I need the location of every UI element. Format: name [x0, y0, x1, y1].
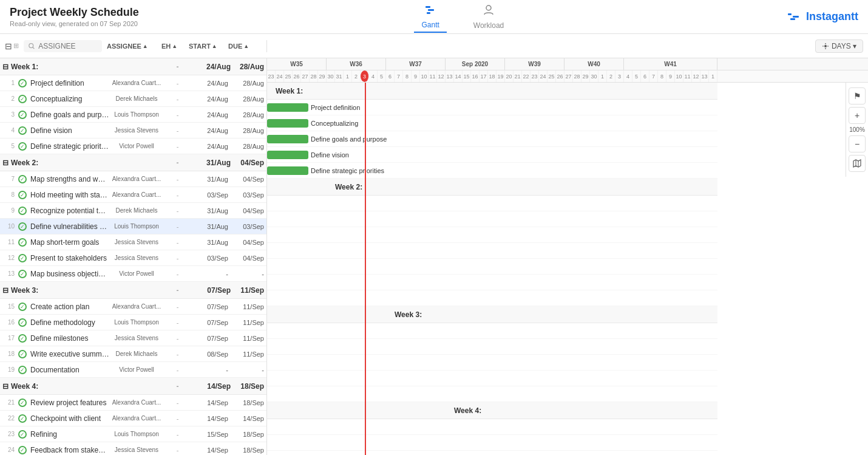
task-eh: -	[164, 191, 191, 199]
task-check[interactable]: ✓	[17, 191, 28, 199]
task-row[interactable]: 2 ✓ Conceptualizing Derek Michaels - 24/…	[0, 91, 266, 107]
task-name: Create action plan	[30, 303, 109, 311]
task-row[interactable]: 9 ✓ Recognize potential threats Derek Mi…	[0, 203, 266, 219]
col-start[interactable]: START ▲	[189, 43, 228, 50]
gantt-bar[interactable]: Define goals and purpose	[267, 135, 308, 143]
task-check[interactable]: ✓	[17, 79, 28, 87]
tab-gantt[interactable]: Gantt	[414, 1, 446, 33]
task-check[interactable]: ✓	[17, 414, 28, 423]
task-check[interactable]: ✓	[17, 126, 28, 135]
task-check[interactable]: ✓	[17, 399, 28, 407]
task-row[interactable]: 24 ✓ Feedback from stakeholders Jessica …	[0, 442, 266, 455]
task-row[interactable]: 15 ✓ Create action plan Alexandra Cuart.…	[0, 299, 266, 315]
task-name: Present to stakeholders	[30, 254, 109, 262]
task-check[interactable]: ✓	[17, 270, 28, 278]
gantt-bar[interactable]: Conceptualizing	[267, 119, 308, 128]
task-row[interactable]: 23 ✓ Refining Louis Thompson - 15/Sep 18…	[0, 426, 266, 442]
task-check[interactable]: ✓	[17, 207, 28, 215]
gantt-bar[interactable]: Define strategic priorities	[267, 166, 308, 175]
task-row[interactable]: 21 ✓ Review project features Alexandra C…	[0, 395, 266, 411]
task-name: Map business objectives	[30, 270, 109, 278]
col-assignee[interactable]: ASSIGNEE ▲	[107, 43, 161, 50]
task-check[interactable]: ✓	[17, 222, 28, 231]
task-check[interactable]: ✓	[17, 446, 28, 454]
gantt-day-cell: 5	[632, 70, 641, 82]
task-row[interactable]: 22 ✓ Checkpoint with client Alexandra Cu…	[0, 411, 266, 426]
task-check[interactable]: ✓	[17, 111, 28, 119]
gantt-day-cell: 9	[412, 70, 420, 82]
task-check[interactable]: ✓	[17, 254, 28, 262]
collapse-button[interactable]: ⊟ ⊞	[5, 41, 19, 51]
days-button[interactable]: DAYS ▾	[815, 39, 863, 53]
task-row[interactable]: 13 ✓ Map business objectives Victor Powe…	[0, 266, 266, 282]
week-collapse-icon[interactable]: ⊟	[2, 286, 8, 295]
task-check[interactable]: ✓	[17, 95, 28, 103]
task-name: Define vulnerabilities and ri...	[30, 222, 109, 231]
task-row[interactable]: 7 ✓ Map strengths and weakne... Alexandr…	[0, 171, 266, 187]
gantt-day-cell: 21	[514, 70, 522, 82]
task-row[interactable]: 5 ✓ Define strategic priorities Victor P…	[0, 139, 266, 154]
task-row[interactable]: 16 ✓ Define methodology Louis Thompson -…	[0, 315, 266, 330]
week-row[interactable]: ⊟ Week 3: - 07/Sep 11/Sep	[0, 282, 266, 299]
eh-sort-icon: ▲	[172, 43, 177, 49]
gantt-body[interactable]: Week 1:Project definitionConceptualizing…	[267, 83, 868, 455]
task-assignee: Victor Powell	[109, 270, 164, 277]
tab-workload[interactable]: Workload	[466, 1, 511, 32]
settings-icon	[822, 43, 829, 50]
gantt-task-row: Present to stakeholders	[267, 275, 717, 290]
task-row[interactable]: 4 ✓ Define vision Jessica Stevens - 24/A…	[0, 123, 266, 139]
task-check[interactable]: ✓	[17, 238, 28, 247]
check-icon: ✓	[18, 430, 27, 439]
task-row[interactable]: 1 ✓ Project definition Alexandra Cuart..…	[0, 75, 266, 91]
task-check[interactable]: ✓	[17, 334, 28, 343]
week-collapse-icon[interactable]: ⊟	[2, 63, 8, 71]
week-collapse-icon[interactable]: ⊟	[2, 159, 8, 167]
search-wrap	[24, 40, 102, 52]
task-assignee: Victor Powell	[109, 143, 164, 149]
col-eh[interactable]: EH ▲	[161, 43, 189, 50]
week-row[interactable]: ⊟ Week 4: - 14/Sep 18/Sep	[0, 378, 266, 395]
gantt-task-row: Define methodology	[267, 339, 717, 355]
task-name: Write executive summary	[30, 350, 109, 358]
zoom-out-button[interactable]: −	[849, 135, 866, 152]
week-row[interactable]: ⊟ Week 2: - 31/Aug 04/Sep	[0, 154, 266, 171]
task-row[interactable]: 11 ✓ Map short-term goals Jessica Steven…	[0, 234, 266, 250]
check-icon: ✓	[18, 303, 27, 311]
task-start: -	[191, 270, 231, 278]
flag-button[interactable]: ⚑	[849, 87, 866, 104]
gantt-day-cell: 12	[437, 70, 446, 82]
task-row[interactable]: 17 ✓ Define milestones Jessica Stevens -…	[0, 330, 266, 346]
task-row[interactable]: 3 ✓ Define goals and purpose Louis Thomp…	[0, 107, 266, 123]
col-due[interactable]: DUE ▲	[228, 43, 262, 50]
task-name: Define milestones	[30, 334, 109, 343]
task-row[interactable]: 19 ✓ Documentation Victor Powell - - -	[0, 362, 266, 378]
task-check[interactable]: ✓	[17, 175, 28, 183]
search-input[interactable]	[38, 42, 97, 50]
gantt-week-cell: Sep 2020	[446, 58, 505, 70]
task-check[interactable]: ✓	[17, 303, 28, 311]
gantt-bar[interactable]: Project definition	[267, 103, 308, 112]
task-row[interactable]: 10 ✓ Define vulnerabilities and ri... Lo…	[0, 219, 266, 234]
task-eh: -	[164, 446, 191, 454]
gantt-day-cell: 22	[522, 70, 531, 82]
zoom-in-button[interactable]: +	[849, 107, 866, 124]
task-row[interactable]: 18 ✓ Write executive summary Derek Micha…	[0, 346, 266, 362]
task-check[interactable]: ✓	[17, 350, 28, 358]
task-check[interactable]: ✓	[17, 318, 28, 327]
task-start: 03/Sep	[191, 191, 231, 199]
gantt-bar[interactable]: Define vision	[267, 151, 308, 159]
task-num: 8	[2, 191, 15, 198]
task-row[interactable]: 12 ✓ Present to stakeholders Jessica Ste…	[0, 250, 266, 266]
gantt-day-cell: 23	[531, 70, 539, 82]
gantt-day-cell: 10	[420, 70, 429, 82]
task-check[interactable]: ✓	[17, 142, 28, 151]
week-row[interactable]: ⊟ Week 1: - 24/Aug 28/Aug	[0, 58, 266, 75]
gantt-day-cell: 7	[395, 70, 403, 82]
map-button[interactable]	[849, 155, 866, 172]
task-row[interactable]: 8 ✓ Hold meeting with stak... Alexandra …	[0, 187, 266, 203]
task-check[interactable]: ✓	[17, 430, 28, 439]
task-name: Hold meeting with stak...	[30, 191, 109, 199]
gantt-week-label: Week 1:	[276, 87, 303, 95]
task-check[interactable]: ✓	[17, 366, 28, 374]
week-collapse-icon[interactable]: ⊟	[2, 382, 8, 391]
